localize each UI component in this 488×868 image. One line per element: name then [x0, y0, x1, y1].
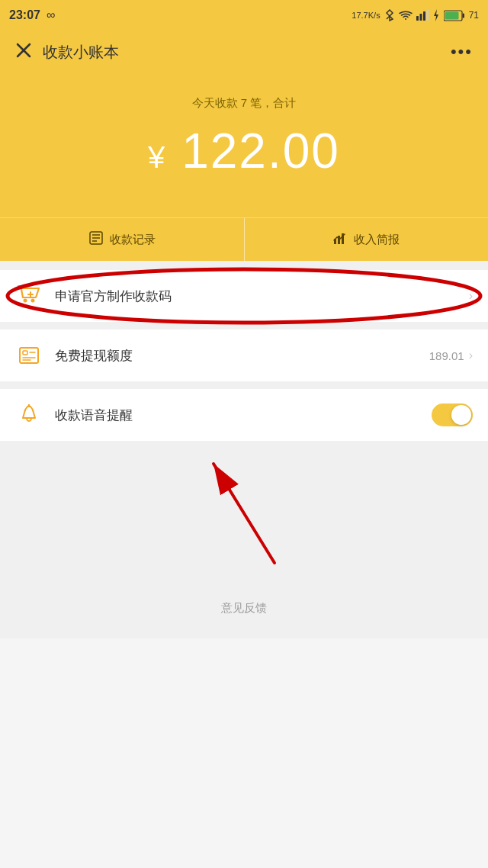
free-withdraw-value: 189.01 [429, 349, 464, 362]
svg-rect-16 [338, 236, 340, 244]
svg-rect-1 [416, 16, 419, 21]
report-icon [332, 230, 348, 249]
speed-indicator: 17.7K/s [352, 11, 380, 20]
content-area: 申请官方制作收款码 › 免费提现额度 189.01 › 收款语音提醒 [0, 261, 488, 638]
charging-icon [432, 9, 440, 21]
menu-item-apply-code[interactable]: 申请官方制作收款码 › [0, 270, 488, 322]
svg-rect-3 [423, 11, 425, 21]
status-left: 23:07 ∞ [9, 8, 55, 22]
svg-rect-8 [445, 11, 458, 19]
hero-subtitle: 今天收款 7 笔，合计 [15, 96, 473, 111]
status-time: 23:07 [9, 8, 40, 22]
free-withdraw-icon-wrap [15, 342, 43, 369]
voice-reminder-toggle[interactable] [432, 403, 473, 426]
menu-item-voice-reminder[interactable]: 收款语音提醒 [0, 389, 488, 441]
svg-rect-24 [23, 351, 27, 355]
signal-icon [416, 10, 429, 21]
voice-reminder-text: 收款语音提醒 [55, 407, 432, 424]
status-right: 17.7K/s 71 [352, 9, 479, 21]
wifi-icon [399, 10, 413, 21]
header-title: 收款小账本 [43, 42, 119, 63]
apply-code-text: 申请官方制作收款码 [55, 288, 469, 305]
feedback-row: 意见反馈 [0, 571, 488, 638]
apply-code-chevron: › [469, 289, 473, 303]
battery-icon [444, 10, 465, 21]
header-left: 收款小账本 [15, 42, 119, 63]
app-header: 收款小账本 ••• [0, 31, 488, 73]
feedback-button[interactable]: 意见反馈 [221, 601, 267, 614]
tabs-row: 收款记录 收入简报 [0, 217, 488, 261]
close-button[interactable] [15, 42, 32, 62]
annotation-arrow [168, 448, 320, 571]
status-bar: 23:07 ∞ 17.7K/s [0, 0, 488, 31]
svg-point-20 [31, 299, 35, 303]
records-icon [88, 230, 104, 249]
menu-item-free-withdraw[interactable]: 免费提现额度 189.01 › [0, 330, 488, 381]
svg-rect-2 [419, 14, 422, 21]
more-button[interactable]: ••• [451, 42, 473, 62]
toggle-switch[interactable] [432, 403, 473, 426]
svg-marker-5 [434, 9, 438, 21]
svg-rect-7 [462, 13, 464, 18]
bluetooth-icon [384, 9, 395, 21]
annotation-arrow-area [0, 448, 488, 571]
svg-point-19 [24, 299, 27, 303]
currency-symbol: ¥ [148, 140, 166, 174]
close-icon [15, 42, 32, 59]
hero-section: 今天收款 7 笔，合计 ¥ 122.00 [0, 73, 488, 217]
tab-records-label: 收款记录 [110, 233, 156, 247]
atm-icon [18, 345, 40, 366]
amount-value: 122.00 [181, 124, 340, 178]
svg-line-30 [214, 464, 274, 563]
status-infinity: ∞ [47, 8, 55, 22]
toggle-knob [451, 405, 471, 425]
battery-percent: 71 [469, 10, 479, 21]
tab-report-label: 收入简报 [354, 233, 400, 247]
free-withdraw-chevron: › [469, 349, 473, 362]
svg-rect-4 [426, 10, 429, 21]
apply-code-icon-wrap [15, 282, 43, 310]
cart-icon [18, 285, 40, 307]
tab-records[interactable]: 收款记录 [0, 218, 245, 261]
svg-rect-23 [20, 348, 38, 363]
tab-report[interactable]: 收入简报 [245, 218, 489, 261]
hero-amount: ¥ 122.00 [15, 123, 473, 179]
bell-icon [19, 404, 39, 426]
free-withdraw-text: 免费提现额度 [55, 347, 429, 365]
voice-reminder-icon-wrap [15, 401, 43, 429]
